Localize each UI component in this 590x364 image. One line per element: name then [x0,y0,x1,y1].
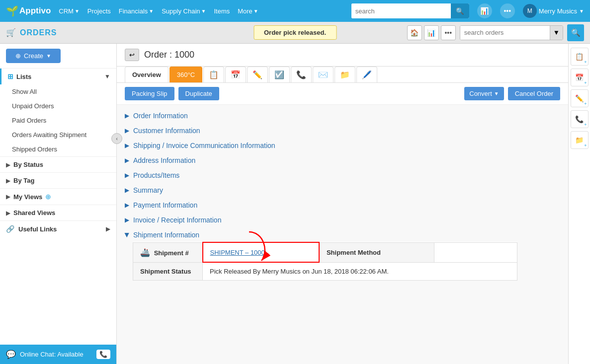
right-panel: 📋 + 📅 + ✏️ + 📞 + 📁 + [568,44,590,364]
shipping-invoice-section: ▶ Shipping / Invoice Communication Infor… [125,139,560,152]
home-button[interactable]: 🏠 [407,25,422,40]
shipped-orders-item[interactable]: Shipped Orders [0,142,116,156]
phone-icon: 📞 [96,350,110,359]
tab-icon-1[interactable]: 📋 [203,67,224,82]
duplicate-button[interactable]: Duplicate [178,87,219,100]
top-search-input[interactable] [351,3,451,18]
search-orders-input[interactable] [460,25,550,40]
right-panel-icon-5[interactable]: 📁 + [571,131,589,149]
supply-chain-dropdown-icon: ▼ [201,8,206,14]
order-information-header[interactable]: ▶ Order Information [125,109,560,123]
search-orders-button[interactable]: 🔍 [567,24,584,41]
chart-button[interactable]: 📊 [424,25,439,40]
useful-links-row[interactable]: 🔗 Useful Links ▶ [0,220,116,237]
search-orders-dropdown-button[interactable]: ▼ [550,25,563,40]
more-options-button[interactable]: ••• [441,25,456,40]
address-information-header[interactable]: ▶ Address Information [125,153,560,167]
sidebar: ⊕ Create ▼ ⊞ Lists ▼ Show All Unpaid Ord… [0,44,117,364]
address-information-expand-icon: ▶ [125,157,129,164]
tab-icon-8[interactable]: 🖊️ [356,67,377,82]
tab-icon-5[interactable]: 📞 [291,67,312,82]
order-information-section: ▶ Order Information [125,109,560,123]
shipment-information-header[interactable]: ▶ Shipment Information [125,228,560,242]
order-information-expand-icon: ▶ [125,112,129,119]
invoice-receipt-section: ▶ Invoice / Receipt Information [125,213,560,227]
secondary-nav: 🛒 ORDERS Order pick released. 🏠 📊 ••• ▼ … [0,22,590,44]
payment-information-header[interactable]: ▶ Payment Information [125,198,560,212]
by-status-header[interactable]: ▶ By Status [0,157,116,172]
top-search-button[interactable]: 🔍 [451,3,469,18]
nav-financials[interactable]: Financials ▼ [119,7,154,15]
plus-icon: ⊕ [15,52,21,60]
plus-badge-4: + [584,123,587,127]
shipping-invoice-header[interactable]: ▶ Shipping / Invoice Communication Infor… [125,139,560,152]
convert-button[interactable]: Convert ▼ [464,87,504,100]
paid-orders-item[interactable]: Paid Orders [0,113,116,128]
by-tag-header[interactable]: ▶ By Tag [0,173,116,188]
logo[interactable]: 🌱 Apptivo [6,5,51,17]
orders-title: ORDERS [20,28,57,37]
shared-views-header[interactable]: ▶ Shared Views [0,205,116,220]
packing-slip-button[interactable]: Packing Slip [125,87,174,100]
nav-more[interactable]: More ▼ [238,7,258,15]
right-panel-icon-1[interactable]: 📋 + [571,48,589,66]
orders-icon: 🛒 [6,28,16,37]
orders-awaiting-shipment-item[interactable]: Orders Awaiting Shipment [0,128,116,142]
products-items-header[interactable]: ▶ Products/Items [125,168,560,182]
shared-views-expand-icon: ▶ [6,210,10,217]
tab-icon-7[interactable]: 📁 [335,67,355,82]
search-icon: 🔍 [456,7,464,15]
my-views-add-icon[interactable]: ⊕ [45,193,51,201]
tab-icon-3[interactable]: ✏️ [247,67,268,82]
tab-overview[interactable]: Overview [125,67,169,82]
tab-icon-4[interactable]: ☑️ [269,67,290,82]
useful-links-arrow-icon: ▶ [106,225,110,232]
shipment-table: 🚢 Shipment # SHIPMENT – 1000 Shipment Me… [133,242,517,281]
create-button[interactable]: ⊕ Create ▼ [6,49,61,63]
right-panel-icon-3[interactable]: ✏️ + [571,89,589,107]
tab-360[interactable]: 360°C [169,67,202,82]
right-panel-icon-2[interactable]: 📅 + [571,69,589,86]
cancel-order-button[interactable]: Cancel Order [508,87,560,100]
search-orders-wrap: ▼ [460,25,563,40]
logo-leaf-icon: 🌱 [6,5,18,17]
user-name: Merry Musics [539,7,577,15]
main-content: ↩ Order : 1000 Overview 360°C 📋 📅 ✏️ ☑️ … [117,44,568,364]
show-all-item[interactable]: Show All [0,84,116,99]
nav-supply-chain[interactable]: Supply Chain ▼ [162,7,206,15]
my-views-section: ▶ My Views ⊕ [0,188,116,205]
sec-nav-icons: 🏠 📊 ••• [407,25,456,40]
by-tag-section: ▶ By Tag [0,172,116,188]
summary-header[interactable]: ▶ Summary [125,183,560,197]
nav-items[interactable]: Items [214,7,230,15]
plus-badge-5: + [584,144,587,148]
shipping-invoice-expand-icon: ▶ [125,142,129,149]
online-chat-bar[interactable]: 💬 Online Chat: Available 📞 [0,345,116,364]
right-panel-icon-4[interactable]: 📞 + [571,110,589,128]
back-button[interactable]: ↩ [125,49,139,61]
top-search-wrap: 🔍 [351,3,469,18]
customer-information-header[interactable]: ▶ Customer Information [125,124,560,138]
help-button[interactable]: ••• [500,3,515,18]
shipment-number-link[interactable]: SHIPMENT – 1000 [210,249,265,256]
summary-section: ▶ Summary [125,183,560,197]
by-status-expand-icon: ▶ [6,161,10,168]
my-views-header[interactable]: ▶ My Views ⊕ [0,189,116,205]
nav-crm[interactable]: CRM ▼ [59,7,80,15]
collapse-sidebar-button[interactable]: ‹ [111,133,122,144]
tab-icon-2[interactable]: 📅 [225,67,246,82]
chat-icon: 💬 [6,350,16,359]
lists-header[interactable]: ⊞ Lists ▼ [0,69,116,84]
unpaid-orders-item[interactable]: Unpaid Orders [0,99,116,113]
crm-dropdown-icon: ▼ [75,8,80,14]
nav-projects[interactable]: Projects [87,7,111,15]
products-items-expand-icon: ▶ [125,172,129,179]
notifications-button[interactable]: 📊 [477,3,492,18]
by-status-section: ▶ By Status [0,156,116,172]
invoice-receipt-header[interactable]: ▶ Invoice / Receipt Information [125,213,560,227]
customer-information-section: ▶ Customer Information [125,124,560,138]
plus-badge-2: + [584,81,587,85]
tab-icon-6[interactable]: ✉️ [313,67,334,82]
products-items-section: ▶ Products/Items [125,168,560,182]
user-menu[interactable]: M Merry Musics ▼ [523,4,584,18]
